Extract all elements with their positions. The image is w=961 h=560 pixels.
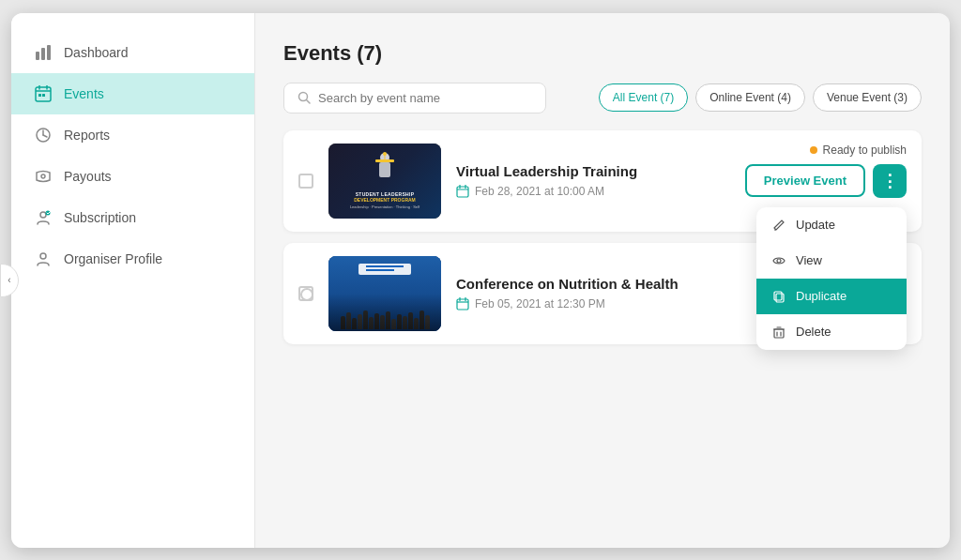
svg-rect-2 — [47, 45, 51, 60]
svg-rect-21 — [457, 187, 468, 197]
sidebar-item-label: Organiser Profile — [64, 251, 162, 266]
svg-point-26 — [777, 259, 781, 263]
event-date-text-2: Feb 05, 2021 at 12:30 PM — [475, 297, 605, 310]
svg-line-15 — [307, 100, 311, 104]
pencil-icon — [771, 218, 786, 233]
sidebar-item-reports[interactable]: Reports — [11, 114, 254, 156]
svg-rect-27 — [776, 294, 784, 302]
sidebar-item-label: Subscription — [64, 210, 136, 225]
filter-tab-venue[interactable]: Venue Event (3) — [813, 83, 922, 112]
sidebar: Dashboard Events — [11, 13, 255, 548]
sidebar-item-dashboard[interactable]: Dashboard — [11, 32, 254, 73]
svg-rect-1 — [41, 48, 45, 60]
subscription-icon — [34, 208, 53, 227]
dropdown-duplicate-label: Duplicate — [796, 289, 847, 303]
trash-icon — [771, 325, 786, 340]
app-window: Dashboard Events — [11, 13, 950, 548]
sidebar-item-subscription[interactable]: Subscription — [11, 197, 254, 238]
svg-point-10 — [41, 174, 45, 178]
event-actions-1: Ready to publish Preview Event ⋮ — [745, 164, 907, 198]
sidebar-item-label: Payouts — [64, 169, 112, 184]
copy-icon — [771, 289, 786, 304]
filter-tab-all[interactable]: All Event (7) — [599, 83, 688, 112]
event-info-1: Virtual Leadership Training Feb 28, 2021… — [456, 163, 730, 198]
chart-icon — [34, 43, 53, 62]
events-icon — [34, 84, 53, 103]
sidebar-item-label: Dashboard — [64, 45, 129, 60]
reports-icon — [34, 126, 53, 144]
toolbar: All Event (7) Online Event (4) Venue Eve… — [283, 83, 922, 114]
event-checkbox-2[interactable] — [298, 286, 313, 301]
sidebar-item-organiser-profile[interactable]: Organiser Profile — [11, 238, 254, 280]
dropdown-item-update[interactable]: Update — [756, 207, 907, 243]
dropdown-delete-label: Delete — [796, 325, 831, 339]
event-thumbnail-1: STUDENT LEADERSHIP DEVELOPMENT PROGRAM L… — [328, 144, 441, 219]
event-checkbox-1[interactable] — [298, 174, 313, 189]
dropdown-item-delete[interactable]: Delete — [756, 314, 907, 350]
profile-icon — [34, 250, 53, 268]
svg-rect-0 — [36, 52, 39, 60]
svg-rect-8 — [42, 94, 45, 97]
status-badge-1: Ready to publish — [810, 144, 907, 157]
svg-rect-28 — [774, 292, 782, 300]
sidebar-item-label: Events — [64, 86, 104, 101]
page-title: Events (7) — [283, 41, 922, 66]
svg-point-13 — [40, 253, 46, 259]
event-date-1: Feb 28, 2021 at 10:00 AM — [456, 185, 730, 198]
dropdown-item-duplicate[interactable]: Duplicate — [756, 279, 907, 314]
search-box[interactable] — [283, 83, 546, 114]
status-dot-1 — [810, 146, 817, 154]
sidebar-item-events[interactable]: Events — [11, 73, 254, 114]
payouts-icon — [34, 167, 53, 186]
event-date-text-1: Feb 28, 2021 at 10:00 AM — [475, 185, 604, 198]
preview-event-button[interactable]: Preview Event — [745, 164, 865, 197]
filter-tab-online[interactable]: Online Event (4) — [695, 83, 805, 112]
svg-rect-18 — [375, 159, 394, 162]
search-input[interactable] — [318, 91, 532, 105]
svg-rect-34 — [457, 299, 468, 310]
more-options-button[interactable]: ⋮ — [873, 164, 907, 198]
filter-tabs: All Event (7) Online Event (4) Venue Eve… — [599, 83, 922, 112]
main-content: Events (7) All Event (7) Online Event (4… — [255, 13, 950, 548]
event-list: STUDENT LEADERSHIP DEVELOPMENT PROGRAM L… — [283, 130, 922, 344]
dropdown-update-label: Update — [796, 218, 835, 232]
status-text-1: Ready to publish — [823, 144, 907, 157]
sidebar-item-label: Reports — [64, 128, 110, 143]
sidebar-item-payouts[interactable]: Payouts — [11, 156, 254, 197]
event-thumbnail-2 — [328, 256, 441, 331]
svg-rect-17 — [379, 162, 390, 177]
more-icon: ⋮ — [881, 171, 898, 191]
eye-icon — [771, 253, 786, 268]
event-card-1: STUDENT LEADERSHIP DEVELOPMENT PROGRAM L… — [283, 130, 922, 232]
svg-rect-7 — [38, 94, 41, 97]
dropdown-item-view[interactable]: View — [756, 243, 907, 279]
dropdown-menu: Update View — [756, 207, 907, 350]
calendar-icon — [456, 185, 469, 198]
search-icon — [297, 91, 311, 104]
calendar-icon-2 — [456, 297, 469, 310]
svg-point-11 — [40, 212, 46, 218]
dropdown-view-label: View — [796, 253, 822, 267]
svg-rect-29 — [774, 329, 784, 338]
svg-point-20 — [383, 152, 387, 156]
svg-point-12 — [46, 210, 51, 215]
event-name-1: Virtual Leadership Training — [456, 163, 730, 179]
